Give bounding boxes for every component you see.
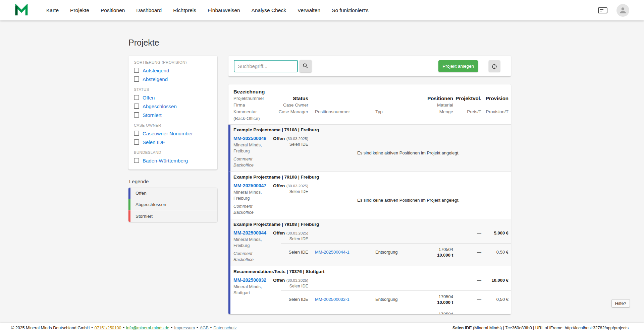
status-date: (30.03.2025) (286, 278, 308, 282)
create-project-button[interactable]: Projekt anlegen (438, 60, 478, 72)
footer-impressum-link[interactable]: Impressum (174, 326, 195, 330)
status-label: Offen (273, 230, 285, 236)
nav-item-karte[interactable]: Karte (46, 7, 59, 13)
project-provision: 5.000 € (481, 228, 508, 243)
filter-option-storniert[interactable]: Storniert (134, 111, 212, 119)
main-nav: Karte Projekte Positionen Dashboard Rich… (46, 7, 369, 13)
project-number-link[interactable]: MM-202500048 (233, 135, 266, 142)
nav-item-einbauweisen[interactable]: Einbauweisen (208, 7, 240, 13)
position-material-cell: 170504 10.000 t (409, 247, 453, 258)
project-title: Example Projectname | 79108 | Freiburg (230, 125, 511, 134)
footer-session-details: (Mineral Minds) | 7ce360e83fb0 | URL of … (472, 326, 629, 330)
search-button[interactable] (300, 60, 312, 72)
project-title: Example Projectname | 79108 | Freiburg (230, 219, 511, 228)
project-number-link[interactable]: MM-202500032 (233, 276, 266, 284)
checkbox-icon[interactable] (134, 131, 139, 136)
magnifier-icon (302, 63, 309, 69)
checkbox-icon[interactable] (134, 139, 139, 145)
footer-separator: • (171, 326, 172, 330)
nav-item-verwalten[interactable]: Verwalten (298, 7, 320, 13)
top-navbar: Karte Projekte Positionen Dashboard Rich… (0, 0, 644, 20)
footer-datenschutz-link[interactable]: Datenschutz (213, 326, 236, 330)
nav-item-richtpreis[interactable]: Richtpreis (173, 7, 196, 13)
position-typ: Entsorgung (369, 250, 409, 255)
filter-option-caseowner-nonumber[interactable]: Caseowner Nonumber (134, 129, 212, 138)
refresh-button[interactable] (489, 60, 500, 72)
footer-email-link[interactable]: info@mineral-minds.de (126, 326, 169, 330)
position-number-link[interactable]: MM-202500032-1 (315, 297, 350, 302)
filter-section-title: BUNDESLAND (134, 150, 212, 154)
position-number-link[interactable]: MM-202500044-1 (315, 250, 350, 255)
checkbox-icon[interactable] (134, 76, 139, 82)
footer-left: © 2025 Mineral Minds Deutschland GmbH • … (11, 326, 237, 330)
filter-option-label: Selen IDE (143, 139, 165, 145)
nav-item-analyse-check[interactable]: Analyse Check (252, 7, 286, 13)
checkbox-icon[interactable] (134, 95, 139, 100)
legend-color-swatch (128, 210, 130, 222)
header-col-status: Status Case Owner Case Manager (281, 88, 308, 122)
checkbox-icon[interactable] (134, 68, 139, 73)
user-avatar[interactable] (616, 4, 629, 17)
filter-section-status: STATUS Offen Abgeschlossen Storniert (134, 87, 212, 119)
project-company-city: Stuttgart (233, 290, 281, 296)
project-comment: Comment (233, 251, 281, 257)
filter-option-aufsteigend[interactable]: Aufsteigend (134, 66, 212, 75)
footer-user: Selen IDE (452, 326, 472, 330)
dvr-icon[interactable] (598, 6, 608, 14)
position-row: Selen IDE MM-202500044-1 Entsorgung 1705… (281, 243, 511, 261)
position-provision-t: 0,50 € (481, 250, 508, 255)
project-summary-row: Offen (30.03.2025) Selen IDE — 10.000 € (281, 276, 511, 290)
checkbox-icon[interactable] (134, 158, 139, 163)
position-menge: 10.000 t (409, 299, 453, 305)
position-menge: 10.000 t (409, 252, 453, 258)
checkbox-icon[interactable] (134, 104, 139, 109)
project-row-mm-202500047: Example Projectname | 79108 | Freiburg M… (228, 172, 511, 219)
project-number-link[interactable]: MM-202500044 (233, 229, 266, 237)
mineral-minds-logo[interactable] (15, 4, 28, 17)
nav-item-projekte[interactable]: Projekte (70, 7, 89, 13)
navbar-right (598, 4, 629, 17)
checkbox-icon[interactable] (134, 112, 139, 118)
header-menge: Menge (439, 109, 453, 115)
position-material: 170504 (409, 247, 453, 252)
header-bezeichnung: Bezeichnung (233, 88, 265, 95)
status-date: (30.03.2025) (286, 231, 308, 235)
table-header: Bezeichnung Projektnummer Firma Kommenta… (228, 84, 511, 125)
header-firma: Firma (233, 102, 245, 109)
position-preis-t: — (453, 297, 481, 302)
footer-copyright: © 2025 Mineral Minds Deutschland GmbH (11, 326, 90, 330)
project-row-mm-202500032: RecommendationsTests | 70376 | Stuttgart… (228, 266, 511, 314)
case-owner: Selen IDE (289, 189, 308, 194)
help-button[interactable]: Hilfe? (611, 299, 630, 308)
header-col-positionsnummer: Positionsnummer (308, 88, 369, 122)
filter-option-abgeschlossen[interactable]: Abgeschlossen (134, 102, 212, 111)
header-col-typ: Typ (369, 88, 409, 122)
header-backoffice: (Back-Office) (233, 115, 260, 122)
footer-agb-link[interactable]: AGB (200, 326, 208, 330)
no-positions-message: Es sind keine aktiven Positionen im Proj… (357, 150, 460, 155)
filter-option-label: Caseowner Nonumber (143, 131, 193, 136)
logo-m-icon (15, 4, 28, 17)
filter-option-absteigend[interactable]: Absteigend (134, 75, 212, 83)
project-number-link[interactable]: MM-202500047 (233, 182, 266, 189)
nav-item-so-funktionierts[interactable]: So funktioniert's (332, 7, 369, 13)
no-positions-message: Es sind keine aktiven Positionen im Proj… (357, 198, 460, 203)
filter-section-case-owner: CASE OWNER Caseowner Nonumber Selen IDE (134, 123, 212, 146)
status-date: (30.03.2025) (286, 137, 308, 141)
project-company: Mineral Minds, (233, 284, 281, 290)
sidebar: SORTIERUNG (PROVISION) Aufsteigend Abste… (128, 56, 217, 222)
project-status-cell: Offen (30.03.2025) Selen IDE (281, 134, 308, 172)
filter-option-baden-wuerttemberg[interactable]: Baden-Württemberg (134, 156, 212, 165)
search-input[interactable] (234, 60, 298, 72)
footer-phone-link[interactable]: 07151/250100 (95, 326, 121, 330)
position-typ: Entsorgung (369, 297, 409, 302)
filter-option-offen[interactable]: Offen (134, 93, 212, 102)
header-kommentar: Kommentar (233, 109, 257, 115)
position-material-cell: 170504 10.000 t (409, 311, 453, 315)
filter-section-bundesland: BUNDESLAND Baden-Württemberg (134, 150, 212, 165)
project-status-cell: Offen (30.03.2025) Selen IDE (281, 181, 308, 219)
nav-item-dashboard[interactable]: Dashboard (136, 7, 162, 13)
nav-item-positionen[interactable]: Positionen (101, 7, 125, 13)
filter-option-selen-ide[interactable]: Selen IDE (134, 138, 212, 146)
project-rows: Example Projectname | 79108 | Freiburg M… (228, 125, 511, 314)
